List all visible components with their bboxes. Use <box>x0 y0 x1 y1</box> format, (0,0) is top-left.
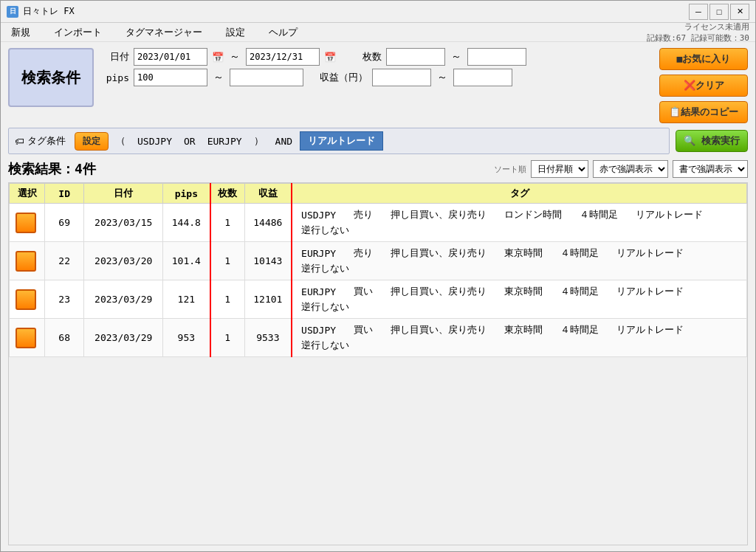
tag-word: 東京時間 <box>504 246 543 260</box>
pips-cell: 953 <box>163 319 210 357</box>
tag-paren-close: ） <box>250 133 268 149</box>
select-cell <box>10 242 45 280</box>
menu-import[interactable]: インポート <box>49 24 106 41</box>
tag-word: 押し目買い、戻り売り <box>391 208 487 221</box>
date-cell: 2023/03/29 <box>84 280 163 319</box>
highlight-blue-dropdown[interactable]: 書で強調表示 <box>673 160 748 178</box>
table-row: 232023/03/29121112101EURJPY買い押し目買い、戻り売り東… <box>10 280 747 319</box>
tags-cell: EURJPY買い押し目買い、戻り売り東京時間４時間足リアルトレード逆行しない <box>292 280 746 319</box>
profit-label: 収益（円） <box>320 71 368 84</box>
count-label: 枚数 <box>352 50 382 63</box>
sort-dropdown[interactable]: 日付昇順 日付降順 収益降順 収益昇順 <box>531 160 588 178</box>
count-cell: 1 <box>210 204 244 242</box>
id-cell: 69 <box>45 204 84 242</box>
tag-word: 押し目買い、戻り売り <box>391 246 487 260</box>
date-from-input[interactable] <box>134 48 207 66</box>
menu-bar: 新規 インポート タグマネージャー 設定 ヘルプ ライセンス未適用 記録数:67… <box>1 23 755 42</box>
pips-label: pips <box>100 72 129 83</box>
col-count: 枚数 <box>210 184 244 204</box>
date-label: 日付 <box>100 50 129 63</box>
pips-cell: 144.8 <box>163 204 210 242</box>
window-title: 日々トレ FX <box>23 5 75 18</box>
pips-from-input[interactable] <box>134 69 207 86</box>
results-count: 検索結果：4件 <box>8 160 96 178</box>
tags-cell: USDJPY売り押し目買い、戻り売りロンドン時間４時間足リアルトレード逆行しない <box>292 204 746 242</box>
table-row: 222023/03/20101.4110143EURJPY売り押し目買い、戻り売… <box>10 242 747 280</box>
pips-to-input[interactable] <box>230 69 303 86</box>
profit-cell: 14486 <box>244 204 292 242</box>
tag-usdjpy: USDJPY <box>133 134 176 148</box>
tag-word: ４時間足 <box>560 323 599 337</box>
tag-word: 買い <box>354 323 373 337</box>
sort-section: ソート順 日付昇順 日付降順 収益降順 収益昇順 赤で強調表示 書で強調表示 <box>494 160 748 178</box>
tags-cell: EURJPY売り押し目買い、戻り売り東京時間４時間足リアルトレード逆行しない <box>292 242 746 280</box>
minimize-button[interactable]: ─ <box>689 4 708 20</box>
app-icon: 日 <box>7 6 18 18</box>
count-to-input[interactable] <box>467 48 526 66</box>
date-row: 日付 📅 ～ 📅 枚数 ～ <box>100 48 653 66</box>
profit-cell: 12101 <box>244 280 292 319</box>
table-row: 692023/03/15144.8114486USDJPY売り押し目買い、戻り売… <box>10 204 747 242</box>
copy-button[interactable]: 📋結果のコピー <box>659 101 748 123</box>
highlight-red-dropdown[interactable]: 赤で強調表示 <box>593 160 668 178</box>
tag-eurjpy: EURJPY <box>203 134 247 148</box>
close-button[interactable]: ✕ <box>730 4 749 20</box>
col-pips: pips <box>163 184 210 204</box>
tag-paren-open: （ <box>111 133 130 149</box>
clear-button[interactable]: ❌クリア <box>659 75 748 97</box>
menu-settings[interactable]: 設定 <box>221 24 250 41</box>
tag-realtrading[interactable]: リアルトレード <box>300 131 383 151</box>
tag-word: リアルトレード <box>616 285 684 298</box>
date-to-calendar-icon[interactable]: 📅 <box>324 52 336 63</box>
profit-cell: 9533 <box>244 319 292 357</box>
row-checkbox[interactable] <box>16 251 36 272</box>
tag-word: 逆行しない <box>301 224 349 237</box>
count-cell: 1 <box>210 242 244 280</box>
tag-word: 逆行しない <box>301 339 349 352</box>
menu-new[interactable]: 新規 <box>7 24 35 41</box>
favorite-button[interactable]: ■お気に入り <box>659 48 748 70</box>
row-checkbox[interactable] <box>16 328 36 348</box>
search-fields: 日付 📅 ～ 📅 枚数 ～ pips ～ 収益（円 <box>100 48 653 86</box>
profit-to-input[interactable] <box>453 69 512 86</box>
profit-tilde: ～ <box>436 71 449 84</box>
sort-label: ソート順 <box>494 164 526 175</box>
tag-word: EURJPY <box>301 286 336 297</box>
tag-word: 東京時間 <box>504 323 543 337</box>
menu-help[interactable]: ヘルプ <box>264 24 302 41</box>
tag-label: タグ条件 <box>27 134 66 148</box>
tag-word: ４時間足 <box>580 208 618 221</box>
tag-word: 売り <box>354 208 373 221</box>
date-to-input[interactable] <box>246 48 320 66</box>
title-bar-left: 日 日々トレ FX <box>7 5 75 18</box>
count-from-input[interactable] <box>386 48 445 66</box>
results-table: 選択 ID 日付 pips 枚数 収益 タグ 692023/03/15144.8… <box>9 183 747 357</box>
tag-icon: 🏷 <box>15 136 24 147</box>
tag-word: 押し目買い、戻り売り <box>391 285 487 298</box>
tags-cell: USDJPY買い押し目買い、戻り売り東京時間４時間足リアルトレード逆行しない <box>292 319 746 357</box>
tag-or: OR <box>179 134 200 148</box>
pips-row: pips ～ 収益（円） ～ <box>100 69 653 86</box>
maximize-button[interactable]: □ <box>709 4 729 20</box>
tag-word: USDJPY <box>301 325 336 336</box>
tag-word: 買い <box>354 285 373 298</box>
menu-tag-manager[interactable]: タグマネージャー <box>121 24 207 41</box>
title-bar: 日 日々トレ FX ─ □ ✕ <box>1 1 755 23</box>
row-checkbox[interactable] <box>16 289 36 310</box>
tag-word: リアルトレード <box>636 208 703 221</box>
profit-from-input[interactable] <box>372 69 431 86</box>
pips-tilde: ～ <box>212 71 225 84</box>
main-content: 検索条件 日付 📅 ～ 📅 枚数 ～ pips <box>1 42 755 551</box>
col-id: ID <box>45 184 84 204</box>
tag-settings-button[interactable]: 設定 <box>75 132 109 151</box>
tag-word: ４時間足 <box>560 285 599 298</box>
tag-word: 逆行しない <box>301 300 349 314</box>
date-cell: 2023/03/20 <box>84 242 163 280</box>
date-from-calendar-icon[interactable]: 📅 <box>212 52 224 63</box>
search-execute-button[interactable]: 🔍 検索実行 <box>676 130 748 152</box>
row-checkbox[interactable] <box>16 213 36 233</box>
date-tilde: ～ <box>228 50 241 63</box>
col-date: 日付 <box>84 184 163 204</box>
pips-cell: 101.4 <box>163 242 210 280</box>
results-header: 検索結果：4件 ソート順 日付昇順 日付降順 収益降順 収益昇順 赤で強調表示 … <box>8 160 748 178</box>
